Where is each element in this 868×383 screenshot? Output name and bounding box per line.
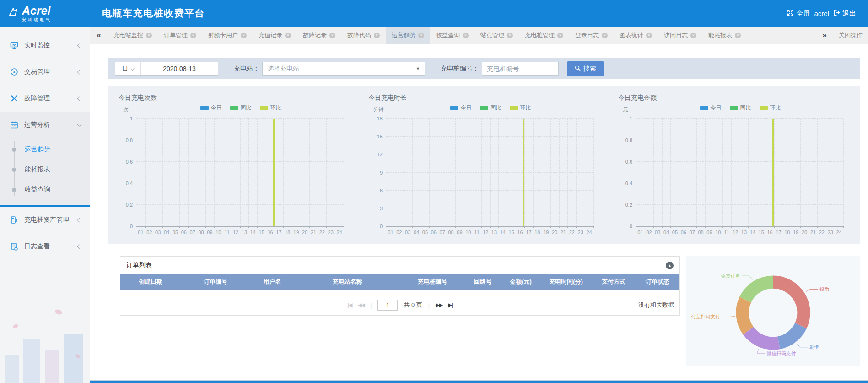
x-axis-tick bbox=[567, 226, 568, 228]
grid-line bbox=[740, 119, 740, 226]
payment-type-donut-panel: 投币刷卡微信扫码支付付宝扫码支付免费订单 bbox=[686, 256, 860, 366]
pile-number-input[interactable] bbox=[482, 62, 559, 76]
tab-运营趋势[interactable]: 运营趋势× bbox=[386, 27, 430, 44]
tab-close-icon[interactable]: × bbox=[602, 33, 608, 38]
tab-射频卡用户[interactable]: 射频卡用户× bbox=[202, 27, 253, 44]
tab-充电站监控[interactable]: 充电站监控× bbox=[108, 27, 158, 44]
tab-close-icon[interactable]: × bbox=[646, 33, 652, 38]
tabs-scroll-right-icon[interactable]: » bbox=[816, 27, 833, 44]
search-label: 搜索 bbox=[583, 65, 596, 73]
tab-图表统计[interactable]: 图表统计× bbox=[614, 27, 658, 44]
tab-充值记录[interactable]: 充值记录× bbox=[253, 27, 297, 44]
tab-close-icon[interactable]: × bbox=[557, 33, 563, 38]
tab-close-icon[interactable]: × bbox=[690, 33, 696, 38]
chart-y-unit: 分钟 bbox=[373, 106, 384, 114]
pagination-prev-icon[interactable]: ◀◀ bbox=[357, 302, 364, 308]
legend-item-今日[interactable]: 今日 bbox=[450, 104, 472, 112]
tab-收益查询[interactable]: 收益查询× bbox=[430, 27, 474, 44]
tab-label: 运营趋势 bbox=[392, 31, 415, 39]
legend-item-环比[interactable]: 环比 bbox=[510, 104, 531, 112]
logout-button[interactable]: 退出 bbox=[833, 9, 856, 18]
tab-close-icon[interactable]: × bbox=[285, 33, 291, 38]
sidebar-item-日志查看[interactable]: 日志查看 bbox=[0, 233, 90, 260]
tab-close-icon[interactable]: × bbox=[463, 33, 469, 38]
period-select[interactable]: 日 bbox=[115, 62, 141, 75]
sidebar-item-交易管理[interactable]: ¥交易管理 bbox=[0, 59, 90, 85]
legend-item-今日[interactable]: 今日 bbox=[700, 104, 722, 112]
sidebar-submenu: 运营趋势能耗报表收益查询 bbox=[0, 138, 90, 203]
tab-登录日志[interactable]: 登录日志× bbox=[569, 27, 614, 44]
x-axis-tick bbox=[154, 226, 154, 228]
legend-item-同比[interactable]: 同比 bbox=[230, 104, 252, 112]
sidebar-subitem-能耗报表[interactable]: 能耗报表 bbox=[0, 159, 90, 180]
y-tick-label: 0 bbox=[630, 224, 636, 229]
tab-close-icon[interactable]: × bbox=[418, 33, 424, 38]
tab-故障记录[interactable]: 故障记录× bbox=[297, 27, 341, 44]
grid-line bbox=[748, 119, 749, 226]
tab-close-icon[interactable]: × bbox=[329, 33, 335, 38]
grid-line bbox=[524, 119, 525, 226]
page-number-input[interactable] bbox=[377, 300, 398, 311]
search-button[interactable]: 搜索 bbox=[567, 61, 604, 76]
pie-slice-刷卡[interactable] bbox=[777, 323, 806, 349]
chart-title: 今日充电时长 bbox=[368, 94, 598, 102]
x-tick-label: 05 bbox=[672, 230, 678, 235]
x-tick-label: 14 bbox=[750, 230, 755, 235]
tab-访问日志[interactable]: 访问日志× bbox=[658, 27, 702, 44]
chart-今日充电时长: 今日充电时长分钟今日同比环比03691215180102030405060708… bbox=[365, 90, 598, 240]
pagination-last-icon[interactable]: ▶| bbox=[448, 302, 452, 308]
x-axis-tick bbox=[318, 226, 318, 228]
legend-item-环比[interactable]: 环比 bbox=[260, 104, 281, 112]
grid-line bbox=[214, 119, 215, 226]
tab-close-icon[interactable]: × bbox=[735, 33, 741, 38]
grid-line bbox=[800, 119, 801, 226]
tab-close-icon[interactable]: × bbox=[241, 33, 247, 38]
sidebar-subitem-运营趋势[interactable]: 运营趋势 bbox=[0, 139, 90, 159]
sidebar-item-充电桩资产管理[interactable]: 充电桩资产管理 bbox=[0, 207, 90, 233]
fullscreen-button[interactable]: 全屏 bbox=[787, 9, 810, 18]
tab-充电桩管理[interactable]: 充电桩管理× bbox=[519, 27, 569, 44]
grid-line bbox=[516, 119, 516, 226]
chevron-left-icon bbox=[77, 244, 82, 249]
tab-故障代码[interactable]: 故障代码× bbox=[341, 27, 386, 44]
collapse-panel-icon[interactable]: ▲ bbox=[666, 262, 674, 269]
x-tick-label: 20 bbox=[802, 230, 807, 235]
legend-item-环比[interactable]: 环比 bbox=[760, 104, 781, 112]
date-input[interactable] bbox=[141, 62, 218, 75]
grid-line bbox=[507, 119, 507, 226]
pagination-next-icon[interactable]: ▶▶ bbox=[436, 302, 442, 308]
empty-data-message: 没有相关数据 bbox=[638, 301, 674, 309]
sidebar-subitem-收益查询[interactable]: 收益查询 bbox=[0, 180, 90, 200]
x-axis-tick bbox=[533, 226, 534, 228]
station-select[interactable]: 选择充电站 ▼ bbox=[262, 62, 425, 76]
tab-能耗报表[interactable]: 能耗报表× bbox=[702, 27, 747, 44]
grid-line bbox=[197, 119, 197, 226]
grid-line bbox=[205, 119, 206, 226]
tab-close-icon[interactable]: × bbox=[190, 33, 196, 38]
chart-plot: 0369121518010203040506070809101112131415… bbox=[386, 119, 593, 227]
pie-slice-投币[interactable] bbox=[773, 275, 810, 328]
sidebar-item-运营分析[interactable]: 运营分析 bbox=[0, 112, 90, 138]
close-operations-button[interactable]: 关闭操作 bbox=[833, 27, 868, 44]
tab-close-icon[interactable]: × bbox=[146, 33, 152, 38]
content: 日 充电站： 选择充电站 ▼ 充电桩编号： 搜索 bbox=[90, 44, 868, 383]
tab-close-icon[interactable]: × bbox=[374, 33, 380, 38]
legend-item-同比[interactable]: 同比 bbox=[480, 104, 501, 112]
tab-close-icon[interactable]: × bbox=[507, 33, 513, 38]
legend-item-同比[interactable]: 同比 bbox=[730, 104, 751, 112]
pie-slice-免费订单[interactable] bbox=[739, 275, 773, 302]
sidebar-item-故障管理[interactable]: 故障管理 bbox=[0, 85, 90, 112]
tabs-scroll-left-icon[interactable]: « bbox=[90, 27, 108, 44]
tab-订单管理[interactable]: 订单管理× bbox=[158, 27, 202, 44]
username[interactable]: acrel bbox=[814, 10, 829, 17]
legend-swatch bbox=[760, 106, 768, 110]
charger-icon bbox=[10, 216, 18, 224]
column-header-回路号: 回路号 bbox=[464, 278, 501, 286]
pagination-first-icon[interactable]: |◀ bbox=[348, 302, 351, 308]
x-axis-tick bbox=[309, 226, 310, 228]
legend-item-今日[interactable]: 今日 bbox=[200, 104, 222, 112]
tab-站点管理[interactable]: 站点管理× bbox=[474, 27, 519, 44]
chart-title: 今日充电金额 bbox=[618, 94, 848, 102]
x-tick-label: 06 bbox=[181, 230, 187, 235]
sidebar-item-实时监控[interactable]: 实时监控 bbox=[0, 32, 90, 59]
